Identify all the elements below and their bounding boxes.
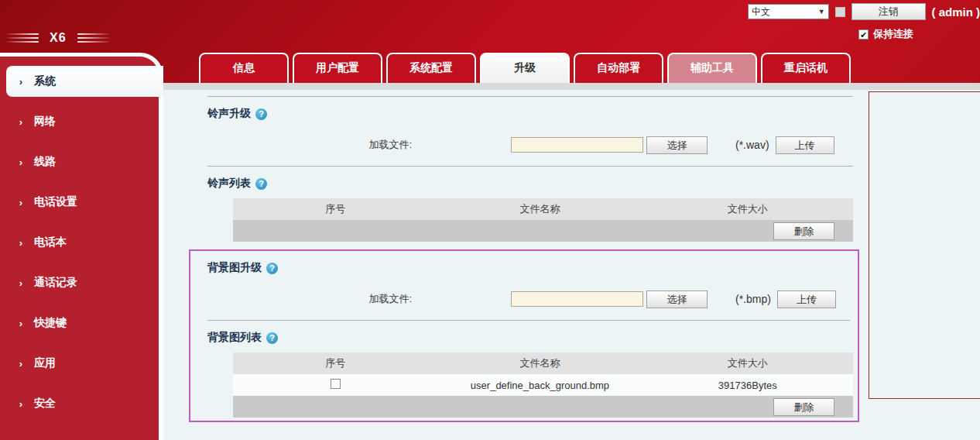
bg-list-table-header: 序号 文件名称 文件大小 [233, 352, 853, 374]
bg-browse-button[interactable]: 选择 [646, 290, 708, 308]
chevron-down-icon: ▼ [818, 8, 825, 15]
tab-user-config[interactable]: 用户配置 [293, 53, 382, 83]
tab-tools[interactable]: 辅助工具 [667, 53, 757, 83]
sidebar: › 系统 › 网络 › 线路 › 电话设置 › 电话本 › 通话记录 › 快捷键… [0, 53, 163, 440]
table-row: user_define_back_ground.bmp 391736Bytes [233, 374, 853, 396]
ring-list-section-title: 铃声列表 ? [207, 177, 858, 191]
ring-upgrade-form-row: 加载文件: 选择 (*.wav) 上传 [194, 136, 858, 154]
keep-alive-checkbox[interactable]: ✔ [858, 29, 869, 40]
bg-upgrade-section-title: 背景图升级 ? [207, 261, 855, 275]
column-header-filesize: 文件大小 [642, 356, 853, 370]
sidebar-item-network[interactable]: › 网络 [6, 106, 159, 137]
ring-ext-hint: (*.wav) [735, 139, 769, 151]
chevron-right-icon: › [14, 318, 28, 329]
tab-upgrade[interactable]: 升级 [480, 53, 570, 83]
main-column: 铃声升级 ? 加载文件: 选择 (*.wav) 上传 铃声列表 ? 序号 文件名… [194, 96, 858, 422]
section-divider [207, 96, 853, 97]
top-controls: 中文 ▼ 注销 ( admin ) ✔ 保持连接 [748, 3, 980, 41]
help-icon[interactable]: ? [266, 263, 278, 274]
language-select[interactable]: 中文 ▼ [748, 4, 829, 19]
logo-text: X6 [50, 31, 67, 45]
tab-system-config[interactable]: 系统配置 [386, 53, 476, 83]
row-filename: user_define_back_ground.bmp [437, 380, 642, 391]
ring-list-table: 序号 文件名称 文件大小 删除 [233, 198, 853, 242]
logo: X6 [6, 31, 110, 45]
help-icon[interactable]: ? [266, 332, 278, 344]
column-header-index: 序号 [233, 356, 437, 370]
tab-substrip [163, 83, 980, 90]
annotation-highlight-box: 背景图升级 ? 加载文件: 选择 (*.bmp) 上传 背景图列表 ? 序号 文… [189, 249, 859, 422]
bg-delete-button[interactable]: 删除 [773, 398, 834, 416]
column-header-filename: 文件名称 [437, 356, 642, 370]
sidebar-item-system[interactable]: › 系统 [6, 66, 163, 97]
section-divider [207, 166, 853, 167]
tab-reboot-phone[interactable]: 重启话机 [761, 53, 851, 83]
ring-browse-button[interactable]: 选择 [646, 136, 708, 154]
top-bar: X6 中文 ▼ 注销 ( admin ) ✔ 保持连接 [0, 0, 980, 53]
chevron-right-icon: › [14, 116, 28, 128]
column-header-filesize: 文件大小 [642, 202, 853, 216]
keep-alive-label: 保持连接 [873, 27, 913, 41]
chevron-right-icon: › [14, 76, 28, 88]
language-select-value: 中文 [752, 5, 770, 19]
bg-list-table-footer: 删除 [233, 396, 853, 418]
tab-info[interactable]: 信息 [199, 53, 289, 83]
bg-ext-hint: (*.bmp) [735, 293, 771, 305]
ring-file-input[interactable] [511, 137, 643, 153]
right-red-outline-box [869, 91, 980, 399]
bg-list-section-title: 背景图列表 ? [207, 331, 855, 345]
sidebar-item-application[interactable]: › 应用 [6, 348, 159, 379]
row-select-checkbox[interactable] [331, 379, 341, 389]
chevron-right-icon: › [14, 237, 28, 249]
sidebar-item-security[interactable]: › 安全 [6, 388, 159, 419]
chevron-right-icon: › [14, 197, 28, 208]
sidebar-item-call-logs[interactable]: › 通话记录 [6, 267, 159, 298]
chevron-right-icon: › [14, 277, 28, 289]
bg-upgrade-form-row: 加载文件: 选择 (*.bmp) 上传 [194, 290, 855, 308]
logo-deco-lines-left [6, 33, 39, 43]
column-header-index: 序号 [233, 202, 437, 216]
row-filesize: 391736Bytes [642, 380, 853, 391]
ring-delete-button[interactable]: 删除 [773, 222, 834, 240]
help-icon[interactable]: ? [255, 108, 267, 120]
load-file-label: 加载文件: [194, 292, 412, 306]
help-icon[interactable]: ? [255, 178, 267, 190]
ring-list-table-footer: 删除 [233, 220, 853, 242]
logout-button[interactable]: 注销 [852, 3, 926, 20]
sidebar-item-line[interactable]: › 线路 [6, 146, 159, 177]
chevron-right-icon: › [14, 156, 28, 168]
bg-list-table: 序号 文件名称 文件大小 user_define_back_ground.bmp… [233, 352, 853, 418]
sidebar-item-phonebook[interactable]: › 电话本 [6, 227, 159, 258]
bg-file-input[interactable] [511, 291, 643, 307]
ring-list-table-header: 序号 文件名称 文件大小 [233, 198, 853, 220]
top-checkbox[interactable] [835, 7, 845, 17]
tab-auto-provision[interactable]: 自动部署 [574, 53, 663, 83]
ring-upgrade-section-title: 铃声升级 ? [207, 107, 858, 121]
ring-upload-button[interactable]: 上传 [776, 136, 834, 154]
content-area: 铃声升级 ? 加载文件: 选择 (*.wav) 上传 铃声列表 ? 序号 文件名… [163, 90, 980, 440]
section-divider [207, 320, 850, 321]
load-file-label: 加载文件: [194, 138, 412, 152]
bg-upload-button[interactable]: 上传 [777, 290, 836, 308]
column-header-filename: 文件名称 [437, 202, 642, 216]
sidebar-item-phone-settings[interactable]: › 电话设置 [6, 187, 159, 218]
chevron-right-icon: › [14, 398, 28, 410]
chevron-right-icon: › [14, 358, 28, 370]
sidebar-item-function-key[interactable]: › 快捷键 [6, 308, 159, 339]
tab-bar: 信息 用户配置 系统配置 升级 自动部署 辅助工具 重启话机 [199, 53, 851, 83]
account-label: ( admin ) [932, 5, 980, 19]
logo-deco-lines-right [77, 33, 110, 43]
